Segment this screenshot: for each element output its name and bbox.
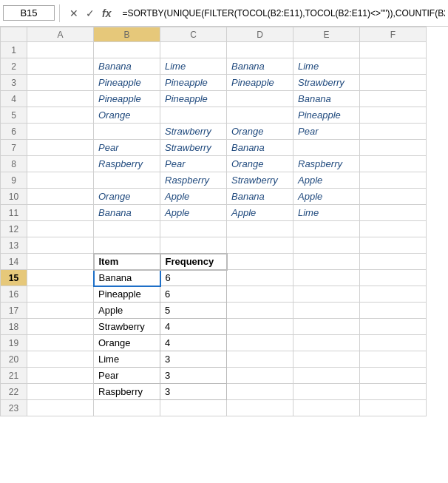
cell-b7[interactable]: Pear xyxy=(94,140,160,156)
cell-d15[interactable] xyxy=(227,270,293,286)
cell-b23[interactable] xyxy=(94,400,160,416)
cell-f16[interactable] xyxy=(360,286,427,303)
cell-c9[interactable]: Raspberry xyxy=(160,172,227,189)
cell-f6[interactable] xyxy=(360,124,427,140)
cell-b14[interactable]: Item xyxy=(94,254,160,270)
cell-b1[interactable] xyxy=(94,42,160,58)
cell-c13[interactable] xyxy=(160,237,227,254)
cell-c16[interactable]: 6 xyxy=(160,286,227,303)
cell-d5[interactable] xyxy=(227,107,293,124)
cell-c18[interactable]: 4 xyxy=(160,319,227,335)
cell-c23[interactable] xyxy=(160,400,227,416)
cell-e8[interactable]: Raspberry xyxy=(293,156,360,172)
cell-e6[interactable]: Pear xyxy=(293,124,360,140)
cell-d14[interactable] xyxy=(227,254,293,270)
cell-d17[interactable] xyxy=(227,303,293,319)
cell-c2[interactable]: Lime xyxy=(160,58,227,75)
cell-c14[interactable]: Frequency xyxy=(160,254,227,270)
cell-d16[interactable] xyxy=(227,286,293,303)
cell-c8[interactable]: Pear xyxy=(160,156,227,172)
cell-a6[interactable] xyxy=(27,124,94,140)
cell-d7[interactable]: Banana xyxy=(227,140,293,156)
cell-e16[interactable] xyxy=(293,286,360,303)
cell-e13[interactable] xyxy=(293,237,360,254)
cell-f22[interactable] xyxy=(360,384,427,400)
cell-c12[interactable] xyxy=(160,221,227,237)
cell-c15[interactable]: 6 xyxy=(160,270,227,286)
cancel-icon[interactable]: ✕ xyxy=(67,6,81,21)
cell-c10[interactable]: Apple xyxy=(160,189,227,205)
cell-c19[interactable]: 4 xyxy=(160,335,227,351)
cell-a16[interactable] xyxy=(27,286,94,303)
cell-f12[interactable] xyxy=(360,221,427,237)
cell-e12[interactable] xyxy=(293,221,360,237)
col-header-c[interactable]: C xyxy=(160,27,227,42)
cell-f18[interactable] xyxy=(360,319,427,335)
cell-c22[interactable]: 3 xyxy=(160,384,227,400)
cell-d21[interactable] xyxy=(227,368,293,384)
cell-e17[interactable] xyxy=(293,303,360,319)
col-header-e[interactable]: E xyxy=(293,27,360,42)
cell-f4[interactable] xyxy=(360,91,427,107)
cell-e5[interactable]: Pineapple xyxy=(293,107,360,124)
cell-f10[interactable] xyxy=(360,189,427,205)
cell-d3[interactable]: Pineapple xyxy=(227,75,293,91)
cell-f19[interactable] xyxy=(360,335,427,351)
cell-f3[interactable] xyxy=(360,75,427,91)
cell-e23[interactable] xyxy=(293,400,360,416)
cell-c21[interactable]: 3 xyxy=(160,368,227,384)
cell-c7[interactable]: Strawberry xyxy=(160,140,227,156)
cell-e22[interactable] xyxy=(293,384,360,400)
cell-c11[interactable]: Apple xyxy=(160,205,227,221)
cell-e4[interactable]: Banana xyxy=(293,91,360,107)
cell-a14[interactable] xyxy=(27,254,94,270)
cell-f9[interactable] xyxy=(360,172,427,189)
cell-e3[interactable]: Strawberry xyxy=(293,75,360,91)
cell-f23[interactable] xyxy=(360,400,427,416)
cell-e7[interactable] xyxy=(293,140,360,156)
cell-e9[interactable]: Apple xyxy=(293,172,360,189)
cell-f20[interactable] xyxy=(360,351,427,368)
cell-f11[interactable] xyxy=(360,205,427,221)
cell-c20[interactable]: 3 xyxy=(160,351,227,368)
cell-d19[interactable] xyxy=(227,335,293,351)
cell-c3[interactable]: Pineapple xyxy=(160,75,227,91)
cell-b12[interactable] xyxy=(94,221,160,237)
cell-f1[interactable] xyxy=(360,42,427,58)
cell-d12[interactable] xyxy=(227,221,293,237)
cell-d8[interactable]: Orange xyxy=(227,156,293,172)
cell-f13[interactable] xyxy=(360,237,427,254)
col-header-d[interactable]: D xyxy=(227,27,293,42)
cell-reference-box[interactable]: B15 xyxy=(3,5,55,21)
cell-a13[interactable] xyxy=(27,237,94,254)
cell-b22[interactable]: Raspberry xyxy=(94,384,160,400)
cell-a10[interactable] xyxy=(27,189,94,205)
cell-e20[interactable] xyxy=(293,351,360,368)
cell-b6[interactable] xyxy=(94,124,160,140)
cell-e21[interactable] xyxy=(293,368,360,384)
cell-b19[interactable]: Orange xyxy=(94,335,160,351)
cell-a11[interactable] xyxy=(27,205,94,221)
cell-b9[interactable] xyxy=(94,172,160,189)
cell-e15[interactable] xyxy=(293,270,360,286)
cell-a20[interactable] xyxy=(27,351,94,368)
cell-d1[interactable] xyxy=(227,42,293,58)
cell-c6[interactable]: Strawberry xyxy=(160,124,227,140)
cell-a12[interactable] xyxy=(27,221,94,237)
cell-c1[interactable] xyxy=(160,42,227,58)
cell-e1[interactable] xyxy=(293,42,360,58)
cell-a1[interactable] xyxy=(27,42,94,58)
cell-a3[interactable] xyxy=(27,75,94,91)
cell-d9[interactable]: Strawberry xyxy=(227,172,293,189)
cell-a21[interactable] xyxy=(27,368,94,384)
cell-e14[interactable] xyxy=(293,254,360,270)
cell-c4[interactable]: Pineapple xyxy=(160,91,227,107)
cell-b4[interactable]: Pineapple xyxy=(94,91,160,107)
col-header-f[interactable]: F xyxy=(360,27,427,42)
cell-a9[interactable] xyxy=(27,172,94,189)
cell-d20[interactable] xyxy=(227,351,293,368)
cell-d18[interactable] xyxy=(227,319,293,335)
cell-f8[interactable] xyxy=(360,156,427,172)
cell-a17[interactable] xyxy=(27,303,94,319)
cell-a23[interactable] xyxy=(27,400,94,416)
